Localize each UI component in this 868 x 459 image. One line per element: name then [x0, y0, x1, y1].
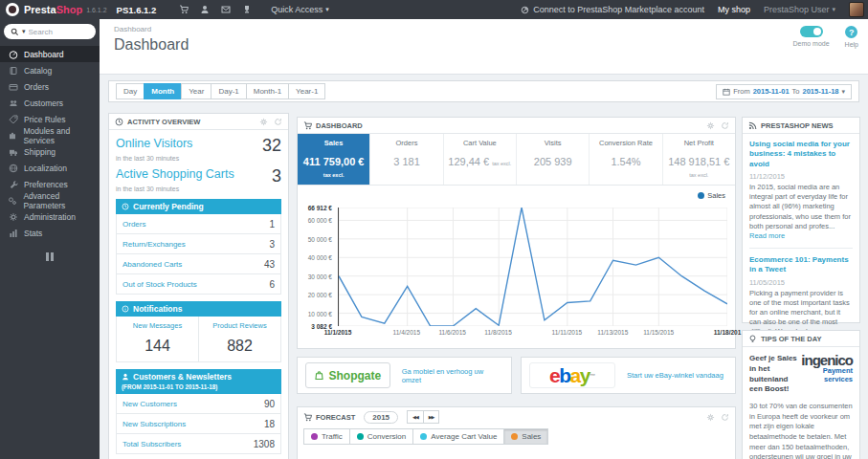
- range-day-1-button[interactable]: Day-1: [211, 83, 246, 99]
- notifications-header: Notifications: [116, 301, 281, 317]
- sidebar-item-customers[interactable]: Customers: [0, 95, 100, 111]
- kpi-visits[interactable]: Visits 205 939: [516, 134, 589, 185]
- activity-icon: [115, 118, 123, 126]
- sales-line-series: [339, 208, 727, 326]
- pending-row-out-of-stock[interactable]: Out of Stock Products6: [117, 273, 280, 294]
- kpi-net-profit[interactable]: Net Profit 148 918,51 € tax excl.: [662, 134, 735, 185]
- panel-title: DASHBOARD: [316, 121, 363, 130]
- notifications-product-reviews[interactable]: Product Reviews 882: [198, 317, 280, 361]
- active-carts-label[interactable]: Active Shopping Carts: [116, 167, 234, 181]
- quick-access-menu[interactable]: Quick Access▾: [271, 5, 329, 14]
- news-article-excerpt: Picking a payment provider is one of the…: [749, 289, 850, 337]
- from-date: 2015-11-01: [753, 87, 790, 96]
- sidebar-item-modules[interactable]: Modules and Services: [0, 127, 100, 143]
- sidebar-item-label: Orders: [24, 82, 49, 92]
- pending-row-abandoned-carts[interactable]: Abandoned Carts43: [117, 253, 280, 273]
- calendar-icon: [723, 88, 730, 96]
- search-input[interactable]: [29, 28, 81, 36]
- sidebar-search[interactable]: ▾: [4, 24, 96, 39]
- refresh-icon[interactable]: [274, 118, 282, 126]
- ebay-promo-link[interactable]: Start uw eBay-winkel vandaag: [627, 371, 723, 380]
- range-day-button[interactable]: Day: [116, 83, 145, 99]
- refresh-icon[interactable]: [721, 413, 729, 422]
- sidebar-item-label: Localization: [24, 164, 67, 173]
- online-visitors-label[interactable]: Online Visitors: [116, 137, 192, 150]
- kpi-orders[interactable]: Orders 3 181: [369, 134, 442, 185]
- avatar[interactable]: [849, 2, 864, 17]
- chevron-down-icon: ▾: [832, 6, 835, 13]
- sidebar-item-advanced-parameters[interactable]: Advanced Parameters: [0, 192, 100, 208]
- sales-chart: Sales 66 912 €60 000 €50 000 €40 000 €30…: [298, 186, 735, 362]
- forecast-prev-button[interactable]: ◀◀: [407, 410, 424, 424]
- version-label: 1.6.1.2: [86, 7, 106, 13]
- help-icon[interactable]: ?: [845, 26, 857, 38]
- kpi-conversion-rate[interactable]: Conversion Rate 1.54%: [589, 134, 661, 185]
- sidebar-item-preferences[interactable]: Preferences: [0, 176, 100, 192]
- top-bar: PrestaShop 1.6.1.2 PS1.6.1.2 Quick Acces…: [0, 0, 868, 19]
- news-article: Using social media for your business: 4 …: [749, 140, 853, 241]
- sidebar-item-administration[interactable]: Administration: [0, 208, 100, 225]
- customers-newsletters-header: Customers & Newsletters (FROM 2015-11-01…: [116, 369, 281, 394]
- demo-mode-toggle[interactable]: [800, 26, 823, 37]
- pending-row-returns[interactable]: Return/Exchanges3: [117, 233, 280, 253]
- gear-icon[interactable]: [706, 121, 715, 130]
- sidebar-item-label: Price Rules: [24, 115, 65, 124]
- kpi-sales[interactable]: Sales 411 759,00 € tax excl.: [298, 134, 369, 185]
- customers-row-new-customers[interactable]: New Customers90: [117, 394, 280, 413]
- sidebar-item-stats[interactable]: Stats: [0, 225, 100, 241]
- kpi-cart-value[interactable]: Cart Value 129,44 € tax excl.: [443, 134, 516, 185]
- x-axis-tick-label: 11/11/2015: [552, 329, 583, 336]
- date-range-picker[interactable]: From 2015-11-01 To 2015-11-18 ▾: [716, 84, 852, 99]
- marketplace-connect-link[interactable]: Connect to PrestaShop Marketplace accoun…: [521, 5, 704, 14]
- trophy-icon[interactable]: [236, 5, 257, 14]
- ebay-module-card: e b a y ™ Start uw eBay-winkel vandaag: [521, 357, 736, 394]
- prestashop-logo-icon[interactable]: [6, 3, 19, 16]
- sidebar-item-label: Modules and Services: [23, 126, 100, 145]
- forecast-toggle-traffic[interactable]: Traffic: [303, 428, 350, 445]
- sidebar-item-localization[interactable]: Localization: [0, 160, 100, 176]
- cart-icon[interactable]: [173, 5, 194, 14]
- brand-wordmark[interactable]: PrestaShop: [24, 4, 82, 15]
- sidebar-item-orders[interactable]: Orders: [0, 78, 100, 95]
- read-more-link[interactable]: Read more: [749, 231, 785, 240]
- page-header: Dashboard Dashboard Demo mode ? Help: [100, 19, 868, 75]
- sidebar-item-price-rules[interactable]: Price Rules: [0, 111, 100, 127]
- sidebar-item-label: Stats: [24, 229, 42, 238]
- refresh-icon[interactable]: [721, 121, 729, 130]
- legend-dot: [511, 433, 518, 440]
- pending-row-orders[interactable]: Orders1: [117, 214, 280, 233]
- x-axis: 11/1/201511/4/201511/6/201511/8/201511/1…: [338, 329, 727, 339]
- chevron-down-icon: ▾: [841, 88, 845, 96]
- range-month-button[interactable]: Month: [144, 83, 182, 99]
- user-menu[interactable]: PrestaShop User▾: [764, 5, 835, 14]
- forecast-next-button[interactable]: ▶▶: [423, 410, 440, 424]
- chart-legend[interactable]: Sales: [698, 191, 725, 200]
- sidebar-item-dashboard[interactable]: Dashboard: [0, 46, 100, 62]
- chevron-down-icon[interactable]: ▾: [22, 28, 26, 35]
- range-year-button[interactable]: Year: [181, 83, 211, 99]
- breadcrumb[interactable]: Dashboard: [114, 25, 151, 33]
- forecast-toggle-average-cart-value[interactable]: Average Cart Value: [412, 428, 504, 445]
- forecast-toggle-conversion[interactable]: Conversion: [349, 428, 413, 445]
- range-month-1-button[interactable]: Month-1: [246, 83, 289, 99]
- forecast-toggle-sales[interactable]: Sales: [503, 428, 548, 445]
- info-icon: [122, 305, 129, 313]
- notifications-new-messages[interactable]: New Messages 144: [117, 317, 198, 361]
- news-article-title[interactable]: Using social media for your business: 4 …: [749, 140, 853, 169]
- main-area: Dashboard Dashboard Demo mode ? Help Day…: [100, 19, 868, 459]
- messages-icon[interactable]: [215, 5, 236, 14]
- sidebar-item-catalog[interactable]: Catalog: [0, 62, 100, 78]
- customer-icon[interactable]: [194, 5, 215, 14]
- shopgate-promo-link[interactable]: Ga mobiel en verhoog uw omzet: [402, 367, 503, 384]
- collapse-sidebar-icon[interactable]: [0, 252, 100, 261]
- bar-chart-icon: [8, 229, 18, 238]
- customers-row-total-subscribers[interactable]: Total Subscribers1308: [117, 433, 280, 453]
- gear-icon[interactable]: [706, 413, 715, 422]
- gear-icon[interactable]: [259, 118, 268, 126]
- sidebar-item-shipping[interactable]: Shipping: [0, 143, 100, 160]
- customers-row-new-subscriptions[interactable]: New Subscriptions18: [117, 413, 280, 433]
- range-year-1-button[interactable]: Year-1: [288, 83, 325, 99]
- news-article-title[interactable]: Ecommerce 101: Payments in a Tweet: [749, 255, 853, 275]
- prestashop-news-panel: PRESTASHOP NEWS Using social media for y…: [742, 117, 860, 323]
- my-shop-link[interactable]: My shop: [718, 5, 750, 14]
